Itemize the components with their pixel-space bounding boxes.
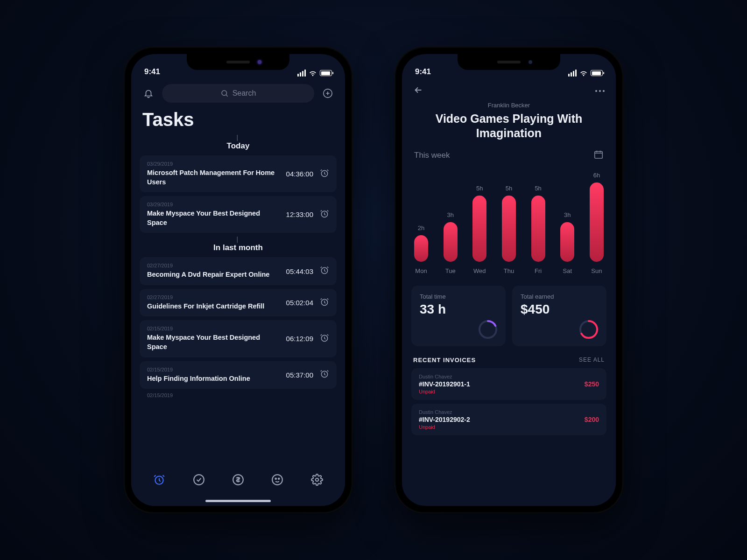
task-time: 04:36:00 xyxy=(286,170,313,178)
notch xyxy=(187,54,289,70)
bar-value-label: 5h xyxy=(535,185,541,192)
task-row[interactable]: 02/15/2019Make Myspace Your Best Designe… xyxy=(140,320,337,357)
home-indicator[interactable] xyxy=(205,500,271,502)
progress-ring-icon xyxy=(478,319,498,340)
back-button[interactable] xyxy=(413,85,423,97)
invoice-amount: $200 xyxy=(585,416,599,423)
bar-day-label: Wed xyxy=(469,267,490,274)
bar-value-label: 2h xyxy=(418,224,424,231)
calendar-button[interactable] xyxy=(593,149,604,162)
weekly-chart: 2h3h5h5h5h3h6h MonTueWedThuFriSatSun xyxy=(402,162,616,277)
alarm-icon xyxy=(320,209,329,220)
bar-value-label: 5h xyxy=(506,185,512,192)
bar-value-label: 6h xyxy=(593,172,600,179)
cellular-icon xyxy=(297,70,306,77)
bar-value-label: 3h xyxy=(447,211,453,218)
stat-value: 33 h xyxy=(420,302,497,317)
search-placeholder: Search xyxy=(233,89,256,98)
report-author: Franklin Becker xyxy=(402,102,616,109)
bar-value-label: 5h xyxy=(476,185,483,192)
svg-point-11 xyxy=(273,475,283,485)
alarm-icon xyxy=(320,266,329,277)
stat-label: Total time xyxy=(420,293,497,300)
bar-day-label: Mon xyxy=(410,267,432,274)
section-today-label: Today xyxy=(131,141,345,151)
invoice-number: #INV-20192902-2 xyxy=(419,416,470,423)
task-list-today: 03/29/2019 Microsoft Patch Management Fo… xyxy=(131,155,345,233)
battery-icon xyxy=(591,70,603,76)
task-date: 03/29/2019 xyxy=(147,202,280,207)
svg-point-12 xyxy=(275,478,277,480)
invoice-client: Dustin Chavez xyxy=(419,374,470,379)
invoice-status: Unpaid xyxy=(419,389,470,394)
bar-day-label: Thu xyxy=(498,267,520,274)
bar-value-label: 3h xyxy=(564,211,571,218)
chart-bar[interactable]: 2h xyxy=(410,224,432,262)
invoice-status: Unpaid xyxy=(419,424,470,430)
notch xyxy=(458,54,560,70)
chart-bar[interactable]: 5h xyxy=(469,185,490,262)
task-date-stub: 02/15/2019 xyxy=(131,392,345,398)
more-button[interactable] xyxy=(595,90,605,92)
chart-bar[interactable]: 3h xyxy=(557,211,578,262)
invoice-row[interactable]: Dustin Chavez #INV-20192902-2 Unpaid $20… xyxy=(411,404,606,435)
task-title: Microsoft Patch Management For Home User… xyxy=(147,168,280,187)
status-time: 9:41 xyxy=(144,67,160,77)
section-divider: │ xyxy=(131,237,345,242)
task-title: Make Myspace Your Best Designed Space xyxy=(147,209,280,227)
invoice-client: Dustin Chavez xyxy=(419,409,470,415)
task-row[interactable]: 02/15/2019Help Finding Information Onlin… xyxy=(140,361,337,389)
tab-done[interactable] xyxy=(193,474,205,488)
bar-day-label: Sat xyxy=(557,267,578,274)
invoice-number: #INV-20192901-1 xyxy=(419,380,470,388)
tab-money[interactable] xyxy=(232,474,244,488)
battery-icon xyxy=(320,70,332,76)
total-earned-card[interactable]: Total earned $450 xyxy=(512,286,606,346)
search-icon xyxy=(220,89,229,98)
invoice-amount: $250 xyxy=(585,380,599,388)
svg-rect-15 xyxy=(595,151,603,158)
task-row[interactable]: 02/27/2019Becoming A Dvd Repair Expert O… xyxy=(140,257,337,285)
search-input[interactable]: Search xyxy=(162,84,314,103)
phone-report: 9:41 Franklin Becker Video Games Playing… xyxy=(395,47,623,513)
task-list-month: 02/27/2019Becoming A Dvd Repair Expert O… xyxy=(131,257,345,389)
task-row[interactable]: 03/29/2019 Microsoft Patch Management Fo… xyxy=(140,155,337,192)
task-row[interactable]: 03/29/2019 Make Myspace Your Best Design… xyxy=(140,196,337,233)
tab-profile[interactable] xyxy=(271,474,283,488)
chart-bar[interactable]: 5h xyxy=(528,185,549,262)
see-all-button[interactable]: SEE ALL xyxy=(579,357,605,363)
bar-day-label: Fri xyxy=(528,267,549,274)
stat-value: $450 xyxy=(521,302,598,317)
section-month-label: In last month xyxy=(131,243,345,252)
wifi-icon xyxy=(309,70,317,77)
bell-icon[interactable] xyxy=(141,86,155,100)
task-row[interactable]: 02/27/2019Guidelines For Inkjet Cartridg… xyxy=(140,289,337,317)
svg-point-9 xyxy=(194,475,204,485)
alarm-icon xyxy=(320,369,329,380)
range-label: This week xyxy=(414,151,450,160)
task-date: 03/29/2019 xyxy=(147,161,280,167)
page-title: Tasks xyxy=(142,109,334,130)
section-divider: │ xyxy=(131,135,345,140)
tab-bar xyxy=(131,464,345,506)
add-button[interactable] xyxy=(321,86,335,100)
chart-bar[interactable]: 6h xyxy=(586,172,607,262)
svg-point-14 xyxy=(316,478,319,482)
svg-point-0 xyxy=(222,91,227,96)
svg-point-13 xyxy=(278,478,280,480)
chart-bar[interactable]: 5h xyxy=(498,185,520,262)
tab-timer[interactable] xyxy=(153,474,165,488)
chart-bar[interactable]: 3h xyxy=(440,211,461,262)
tab-settings[interactable] xyxy=(311,474,323,488)
total-time-card[interactable]: Total time 33 h xyxy=(411,286,506,346)
task-time: 12:33:00 xyxy=(286,210,313,218)
alarm-icon xyxy=(320,297,329,308)
progress-ring-icon xyxy=(578,319,599,340)
status-time: 9:41 xyxy=(415,67,431,77)
phone-tasks: 9:41 Search xyxy=(124,47,352,513)
wifi-icon xyxy=(579,70,588,77)
invoice-row[interactable]: Dustin Chavez #INV-20192901-1 Unpaid $25… xyxy=(411,368,606,400)
cellular-icon xyxy=(568,70,577,77)
alarm-icon xyxy=(320,333,329,344)
bar-day-label: Sun xyxy=(586,267,607,274)
